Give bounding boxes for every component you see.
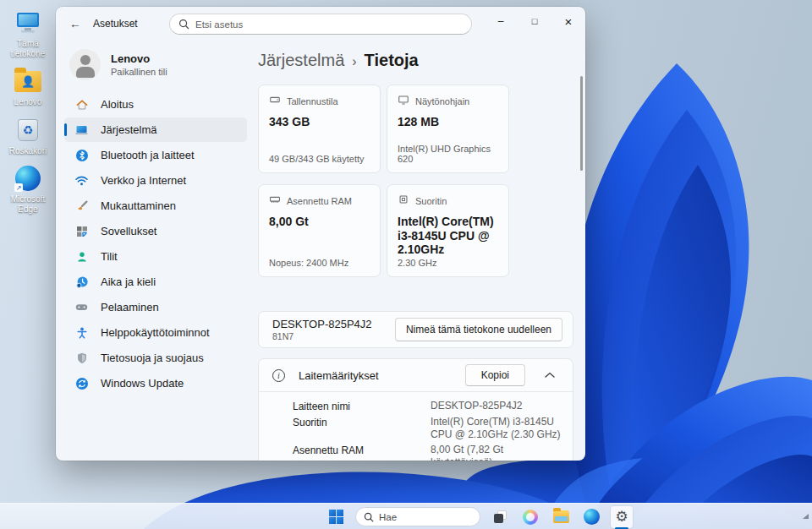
spec-row-processor: Suoritin Intel(R) Core(TM) i3-8145U CPU … bbox=[293, 416, 562, 440]
cpu-icon bbox=[398, 194, 409, 209]
this-pc-icon bbox=[14, 8, 42, 37]
recycle-bin-icon: ♻ bbox=[14, 116, 42, 145]
close-button[interactable]: × bbox=[551, 7, 585, 35]
user-account[interactable]: Lenovo Paikallinen tili bbox=[69, 49, 255, 80]
sidebar-item-pelaaminen[interactable]: Pelaaminen bbox=[64, 295, 247, 319]
spec-row-device-name: Laitteen nimi DESKTOP-825P4J2 bbox=[293, 400, 562, 412]
card-value: Intel(R) Core(TM) i3-8145U CPU @ 2.10GHz bbox=[398, 215, 498, 257]
search-icon bbox=[178, 19, 189, 30]
taskbar-search[interactable] bbox=[355, 507, 480, 526]
desktop-icon-edge[interactable]: ↗ Microsoft Edge bbox=[2, 164, 54, 214]
card-footer: 2.30 GHz bbox=[398, 258, 502, 268]
sidebar-item-verkko[interactable]: Verkko ja Internet bbox=[64, 168, 247, 193]
settings-search[interactable] bbox=[169, 14, 472, 35]
edge-icon bbox=[584, 509, 600, 525]
desktop-icon-label: Microsoft Edge bbox=[3, 194, 53, 214]
desktop-icon-label: Tämä tietokone bbox=[3, 39, 53, 58]
time-language-icon bbox=[74, 275, 89, 289]
copilot-icon bbox=[523, 510, 538, 525]
user-folder-icon: 👤 bbox=[14, 67, 42, 95]
chevron-up-icon[interactable] bbox=[539, 372, 561, 379]
bluetooth-icon bbox=[74, 148, 89, 162]
card-gpu[interactable]: Näytönohjain 128 MB Intel(R) UHD Graphic… bbox=[387, 85, 509, 173]
settings-search-input[interactable] bbox=[195, 19, 463, 30]
specs-title: Laitemääritykset bbox=[299, 369, 379, 382]
privacy-icon bbox=[74, 351, 89, 365]
sidebar-item-tilit[interactable]: Tilit bbox=[64, 244, 247, 269]
sidebar-item-tietosuoja[interactable]: Tietosuoja ja suojaus bbox=[64, 346, 247, 370]
accessibility-icon bbox=[74, 325, 89, 340]
card-ram[interactable]: Asennettu RAM 8,00 Gt Nopeus: 2400 MHz bbox=[258, 184, 381, 277]
sidebar: Lenovo Paikallinen tili Aloitus Järjeste… bbox=[56, 41, 255, 461]
minimize-button[interactable]: – bbox=[484, 7, 518, 35]
desktop-icon-label: Lenovo bbox=[14, 97, 42, 107]
app-title: Asetukset bbox=[93, 18, 138, 30]
scrollbar[interactable] bbox=[580, 76, 583, 171]
home-icon bbox=[74, 97, 89, 112]
sidebar-item-jarjestelma[interactable]: Järjestelmä bbox=[64, 117, 247, 142]
taskbar-search-input[interactable] bbox=[379, 512, 464, 522]
breadcrumb-parent[interactable]: Järjestelmä bbox=[258, 51, 344, 70]
copy-button[interactable]: Kopioi bbox=[465, 364, 525, 386]
page-title: Tietoja bbox=[365, 51, 419, 70]
settings-window: ← Asetukset – □ × Lenovo Paikall bbox=[56, 7, 585, 461]
titlebar: ← Asetukset – □ × bbox=[56, 7, 585, 41]
card-cpu[interactable]: Suoritin Intel(R) Core(TM) i3-8145U CPU … bbox=[387, 184, 509, 277]
sidebar-nav: Aloitus Järjestelmä Bluetooth ja laittee… bbox=[56, 92, 255, 395]
ram-icon bbox=[269, 194, 281, 209]
device-specifications-card: i Laitemääritykset Kopioi Laitteen nimi … bbox=[258, 358, 573, 461]
sidebar-item-aloitus[interactable]: Aloitus bbox=[64, 92, 247, 117]
user-account-type: Paikallinen tili bbox=[111, 67, 167, 77]
task-view-icon bbox=[494, 510, 507, 523]
card-storage[interactable]: Tallennustila 343 GB 49 GB/343 GB käytet… bbox=[258, 85, 381, 173]
maximize-button[interactable]: □ bbox=[518, 7, 551, 35]
desktop-icon-recycle-bin[interactable]: ♻ Roskakori bbox=[2, 116, 54, 156]
sidebar-item-aika-ja-kieli[interactable]: Aika ja kieli bbox=[64, 270, 247, 294]
accounts-icon bbox=[74, 249, 89, 264]
storage-icon bbox=[269, 94, 281, 109]
edge-button[interactable] bbox=[580, 506, 602, 528]
system-icon bbox=[74, 123, 89, 137]
rename-pc-button[interactable]: Nimeä tämä tietokone uudelleen bbox=[395, 318, 562, 341]
card-footer: Intel(R) UHD Graphics 620 bbox=[398, 144, 502, 164]
sidebar-item-mukauttaminen[interactable]: Mukauttaminen bbox=[64, 194, 247, 218]
copilot-button[interactable] bbox=[519, 506, 541, 528]
file-explorer-button[interactable] bbox=[550, 506, 572, 528]
breadcrumb-separator-icon: › bbox=[352, 54, 356, 69]
desktop-icons: Tämä tietokone 👤 Lenovo ♻ Roskakori ↗ Mi… bbox=[2, 8, 54, 214]
sidebar-item-helppokayttotoiminnot[interactable]: Helppokäyttötoiminnot bbox=[64, 320, 247, 345]
spec-cards: Tallennustila 343 GB 49 GB/343 GB käytet… bbox=[258, 85, 509, 277]
shortcut-arrow-icon: ↗ bbox=[14, 183, 23, 192]
taskbar-icons: ⚙ bbox=[325, 504, 633, 529]
edge-icon: ↗ bbox=[14, 164, 42, 193]
windows-logo-icon bbox=[329, 510, 343, 524]
gaming-icon bbox=[74, 300, 89, 314]
back-button[interactable]: ← bbox=[63, 13, 88, 35]
sidebar-item-bluetooth[interactable]: Bluetooth ja laitteet bbox=[64, 143, 247, 167]
device-model: 81N7 bbox=[272, 331, 372, 341]
card-value: 8,00 Gt bbox=[269, 215, 370, 229]
breadcrumb: Järjestelmä › Tietoja bbox=[258, 51, 419, 70]
task-view-button[interactable] bbox=[489, 506, 511, 528]
apps-icon bbox=[74, 224, 89, 238]
device-name: DESKTOP-825P4J2 bbox=[272, 318, 372, 331]
card-value: 128 MB bbox=[398, 115, 498, 129]
device-name-card: DESKTOP-825P4J2 81N7 Nimeä tämä tietokon… bbox=[258, 311, 573, 348]
gpu-icon bbox=[398, 94, 409, 109]
card-footer: 49 GB/343 GB käytetty bbox=[269, 154, 373, 164]
personalization-icon bbox=[74, 199, 89, 213]
network-icon bbox=[74, 173, 89, 188]
desktop-icon-lenovo-folder[interactable]: 👤 Lenovo bbox=[2, 67, 54, 107]
sidebar-item-sovellukset[interactable]: Sovellukset bbox=[64, 219, 247, 243]
system-tray-icon[interactable] bbox=[803, 514, 809, 519]
specs-header[interactable]: i Laitemääritykset Kopioi bbox=[259, 359, 573, 391]
gear-icon: ⚙ bbox=[615, 510, 628, 524]
user-name: Lenovo bbox=[111, 52, 167, 66]
desktop: Tämä tietokone 👤 Lenovo ♻ Roskakori ↗ Mi… bbox=[0, 0, 812, 529]
window-controls: – □ × bbox=[484, 7, 585, 35]
settings-button[interactable]: ⚙ bbox=[611, 506, 633, 528]
file-explorer-icon bbox=[553, 510, 569, 523]
sidebar-item-windows-update[interactable]: Windows Update bbox=[64, 371, 247, 395]
desktop-icon-this-pc[interactable]: Tämä tietokone bbox=[2, 8, 54, 58]
start-button[interactable] bbox=[325, 506, 347, 528]
